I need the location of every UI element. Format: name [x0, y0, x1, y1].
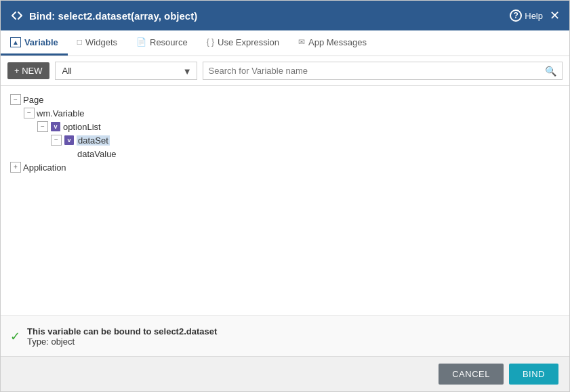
tree-label-optionlist: optionList — [63, 122, 101, 132]
tab-app-messages[interactable]: ✉ App Messages — [289, 30, 376, 56]
expand-icon-application[interactable]: + — [10, 162, 21, 173]
tree-label-dataset: dataSet — [77, 135, 110, 146]
check-icon: ✓ — [10, 329, 20, 344]
resource-tab-icon: 📄 — [136, 37, 146, 47]
bind-icon — [10, 9, 24, 22]
tree-area: − Page − wm.Variable − v optionList − v … — [1, 86, 569, 315]
messages-tab-icon: ✉ — [298, 37, 305, 47]
var-icon-optionlist: v — [50, 121, 61, 132]
status-sub-text: Type: object — [27, 336, 217, 347]
tree-label-wm-variable: wm.Variable — [37, 108, 85, 118]
tab-variable[interactable]: ▲ Variable — [1, 30, 68, 56]
tab-resource[interactable]: 📄 Resource — [127, 30, 197, 56]
bind-button[interactable]: BIND — [509, 364, 558, 385]
widget-tab-icon: □ — [77, 37, 82, 47]
status-main-text: This variable can be bound to select2.da… — [27, 326, 217, 336]
tab-widgets[interactable]: □ Widgets — [68, 30, 127, 56]
cancel-button[interactable]: CANCEL — [439, 364, 504, 385]
dialog-header: Bind: select2.dataset(array, object) ? H… — [1, 1, 569, 30]
filter-select[interactable]: All — [55, 62, 197, 80]
tree-label-application: Application — [23, 162, 66, 173]
expression-tab-icon: { } — [207, 37, 214, 47]
search-icon: 🔍 — [540, 66, 562, 77]
tree-node-optionlist[interactable]: − v optionList — [37, 120, 560, 133]
help-circle-icon: ? — [510, 9, 522, 22]
tab-use-expression[interactable]: { } Use Expression — [197, 30, 289, 56]
var-icon-dataset: v — [64, 135, 75, 146]
collapse-icon-wm-variable[interactable]: − — [24, 108, 35, 118]
new-button[interactable]: + NEW — [7, 62, 49, 79]
tree-node-page[interactable]: − Page — [10, 93, 560, 106]
collapse-icon-optionlist[interactable]: − — [37, 121, 48, 132]
variable-tab-icon: ▲ — [10, 37, 21, 47]
tree-label-datavalue: dataValue — [77, 149, 117, 159]
close-button[interactable]: ✕ — [550, 9, 560, 22]
collapse-icon-dataset[interactable]: − — [51, 135, 62, 146]
tab-variable-label: Variable — [24, 37, 58, 47]
help-label: Help — [525, 11, 543, 21]
status-text: This variable can be bound to select2.da… — [27, 326, 217, 347]
header-left: Bind: select2.dataset(array, object) — [10, 9, 197, 22]
toolbar: + NEW All ▼ 🔍 — [1, 56, 569, 86]
leaf-spacer-datavalue — [64, 148, 75, 159]
tree-node-application[interactable]: + Application — [10, 160, 560, 174]
collapse-icon-page[interactable]: − — [10, 94, 21, 105]
tree-node-dataset[interactable]: − v dataSet — [51, 133, 560, 147]
tabs-bar: ▲ Variable □ Widgets 📄 Resource { } Use … — [1, 30, 569, 56]
search-wrap: 🔍 — [203, 62, 563, 80]
filter-select-wrap: All ▼ — [55, 62, 197, 80]
tree-node-datavalue[interactable]: dataValue — [64, 147, 560, 160]
header-right: ? Help ✕ — [510, 9, 560, 22]
dialog-title: Bind: select2.dataset(array, object) — [29, 10, 197, 22]
tree-node-wm-variable[interactable]: − wm.Variable — [24, 106, 560, 120]
dialog-footer: CANCEL BIND — [1, 356, 569, 391]
tab-resource-label: Resource — [150, 37, 188, 47]
search-input[interactable] — [203, 62, 540, 79]
help-button[interactable]: ? Help — [510, 9, 543, 22]
tab-expression-label: Use Expression — [218, 37, 279, 47]
tab-messages-label: App Messages — [308, 37, 367, 47]
bind-dialog: Bind: select2.dataset(array, object) ? H… — [0, 0, 570, 392]
status-bar: ✓ This variable can be bound to select2.… — [1, 315, 569, 356]
tree-label-page: Page — [23, 95, 43, 105]
tab-widgets-label: Widgets — [85, 37, 117, 47]
